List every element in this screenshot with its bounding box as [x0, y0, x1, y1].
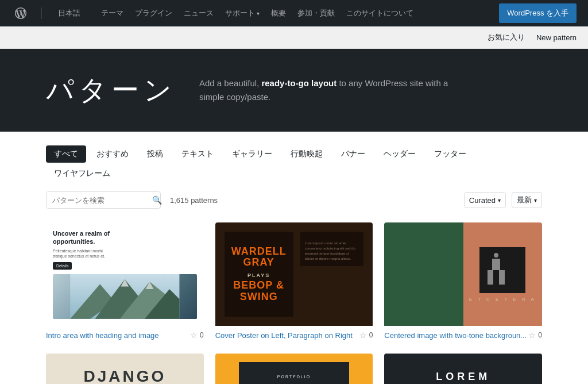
nav-themes[interactable]: テーマ — [96, 6, 128, 21]
favorites-link[interactable]: お気に入り — [488, 32, 525, 43]
tab-wireframe[interactable]: ワイヤフレーム — [46, 165, 118, 182]
preview6-text: LOREM — [436, 371, 490, 383]
tab-gallery[interactable]: ギャラリー — [224, 145, 280, 163]
search-box: 🔍 — [46, 191, 161, 209]
wordpress-logo[interactable] — [11, 4, 30, 22]
pattern-star-2: ☆ 0 — [359, 331, 373, 340]
pattern-card-3[interactable]: E T C E T E R A Centered image with two-… — [384, 222, 542, 342]
hero-section: パターン Add a beautiful, ready-to-go layout… — [0, 49, 588, 132]
django-text: DJANGO — [83, 367, 166, 384]
top-navigation: 日本語 テーマ プラグイン ニュース サポート 概要 参加・貢献 このサイトにつ… — [0, 0, 588, 26]
nav-links-group: テーマ プラグイン ニュース サポート 概要 参加・貢献 このサイトについて — [96, 6, 418, 21]
nav-overview[interactable]: 概要 — [266, 6, 291, 21]
tab-banner[interactable]: バナー — [333, 145, 373, 163]
svg-rect-12 — [499, 270, 505, 285]
star-icon-1[interactable]: ☆ — [190, 331, 198, 340]
filters-row: 🔍 1,615 patterns Curated 最新 — [46, 191, 542, 209]
hero-description: Add a beautiful, ready-to-go layout to a… — [199, 76, 475, 104]
new-pattern-button[interactable]: New pattern — [536, 33, 577, 42]
tab-footer[interactable]: フッター — [426, 145, 474, 163]
pattern-grid-row2: DJANGO PORTFOLIO LOREM — [46, 354, 542, 384]
nav-divider — [41, 7, 42, 19]
pattern-footer-2: Cover Poster on Left, Paragraph on Right… — [215, 326, 373, 342]
nav-support[interactable]: サポート — [220, 6, 264, 21]
pattern-card-5[interactable]: PORTFOLIO — [215, 354, 373, 384]
pattern-footer-1: Intro area with heading and image ☆ 0 — [46, 326, 204, 342]
nav-plugins[interactable]: プラグイン — [130, 6, 177, 21]
pattern-grid: Uncover a realm ofopportunities. Pellent… — [46, 222, 542, 342]
svg-rect-11 — [488, 270, 493, 285]
filter-dropdowns: Curated 最新 — [464, 192, 542, 208]
category-tabs: すべて おすすめ 投稿 テキスト ギャラリー 行動喚起 バナー ヘッダー フッタ… — [46, 145, 542, 182]
pattern-title-1[interactable]: Intro area with heading and image — [46, 331, 159, 340]
tab-all[interactable]: すべて — [46, 145, 86, 163]
pattern-card-1[interactable]: Uncover a realm ofopportunities. Pellent… — [46, 222, 204, 342]
star-icon-2[interactable]: ☆ — [359, 331, 367, 340]
curated-filter[interactable]: Curated — [464, 192, 506, 208]
pattern-preview-2: WARDELLGRAYPLAYSBEBOP &SWING Lorem ipsum… — [215, 222, 373, 326]
pattern-title-3[interactable]: Centered image with two-tone backgroun..… — [384, 331, 527, 340]
site-name-link[interactable]: 日本語 — [53, 6, 85, 21]
pattern-title-2[interactable]: Cover Poster on Left, Paragraph on Right — [215, 331, 353, 340]
hero-title: パターン — [46, 72, 176, 109]
svg-rect-9 — [494, 253, 498, 258]
secondary-bar: お気に入り New pattern — [0, 26, 588, 49]
svg-rect-10 — [492, 259, 500, 270]
main-content: すべて おすすめ 投稿 テキスト ギャラリー 行動喚起 バナー ヘッダー フッタ… — [0, 132, 588, 384]
nav-about[interactable]: このサイトについて — [342, 6, 418, 21]
pattern-preview-3: E T C E T E R A — [384, 222, 542, 326]
pattern-count: 1,615 patterns — [170, 196, 455, 205]
pattern-star-3: ☆ 0 — [528, 331, 542, 340]
wordpress-get-button[interactable]: WordPress を入手 — [499, 3, 577, 23]
tab-posts[interactable]: 投稿 — [139, 145, 171, 163]
tab-header[interactable]: ヘッダー — [376, 145, 424, 163]
pattern-star-1: ☆ 0 — [190, 331, 204, 340]
nav-participate[interactable]: 参加・貢献 — [293, 6, 339, 21]
preview5-text: PORTFOLIO — [277, 375, 311, 379]
newest-filter[interactable]: 最新 — [512, 192, 542, 208]
tab-cta[interactable]: 行動喚起 — [283, 145, 331, 163]
pattern-card-2[interactable]: WARDELLGRAYPLAYSBEBOP &SWING Lorem ipsum… — [215, 222, 373, 342]
tab-text[interactable]: テキスト — [173, 145, 222, 163]
search-input[interactable] — [52, 196, 149, 205]
tab-featured[interactable]: おすすめ — [88, 145, 137, 163]
pattern-preview-1: Uncover a realm ofopportunities. Pellent… — [46, 222, 204, 326]
pattern-footer-3: Centered image with two-tone backgroun..… — [384, 326, 542, 342]
pattern-card-6[interactable]: LOREM — [384, 354, 542, 384]
search-icon: 🔍 — [152, 195, 162, 205]
star-icon-3[interactable]: ☆ — [528, 331, 536, 340]
nav-news[interactable]: ニュース — [179, 6, 218, 21]
pattern-card-4[interactable]: DJANGO — [46, 354, 204, 384]
